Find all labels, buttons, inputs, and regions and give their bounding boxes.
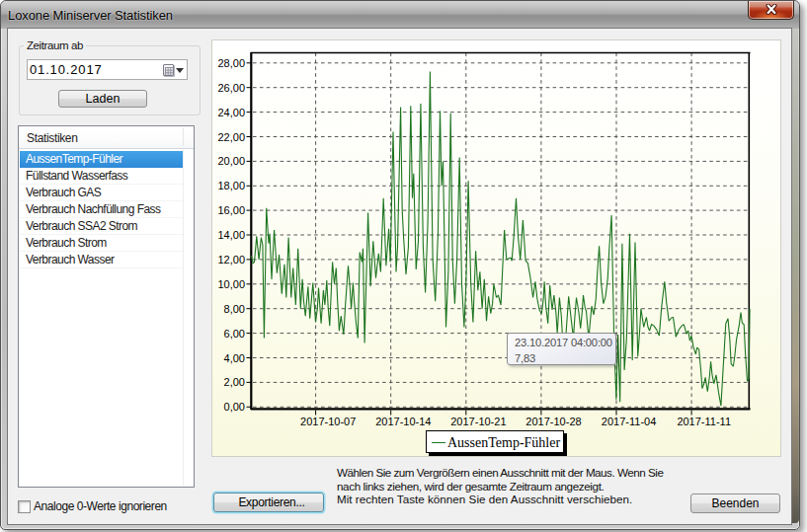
svg-text:20,00: 20,00 [217,155,245,167]
svg-text:18,00: 18,00 [217,180,245,191]
svg-text:2,00: 2,00 [224,376,245,388]
svg-text:2017-10-14: 2017-10-14 [375,416,431,427]
svg-text:2017-11-11: 2017-11-11 [677,416,731,427]
svg-text:2017-10-07: 2017-10-07 [300,416,356,427]
svg-text:22,00: 22,00 [217,131,245,143]
svg-text:16,00: 16,00 [217,204,245,216]
svg-text:28,00: 28,00 [217,57,245,69]
svg-text:2017-10-28: 2017-10-28 [525,416,581,427]
svg-text:12,00: 12,00 [217,254,245,266]
svg-text:2017-10-21: 2017-10-21 [450,416,506,427]
svg-text:24,00: 24,00 [217,107,245,118]
svg-text:8,00: 8,00 [224,303,245,315]
svg-text:2017-11-04: 2017-11-04 [602,416,656,427]
svg-text:0,00: 0,00 [224,401,245,413]
svg-text:14,00: 14,00 [217,229,245,241]
svg-text:6,00: 6,00 [224,328,245,340]
svg-text:10,00: 10,00 [217,278,245,290]
svg-text:26,00: 26,00 [217,82,245,94]
svg-text:4,00: 4,00 [224,352,245,364]
